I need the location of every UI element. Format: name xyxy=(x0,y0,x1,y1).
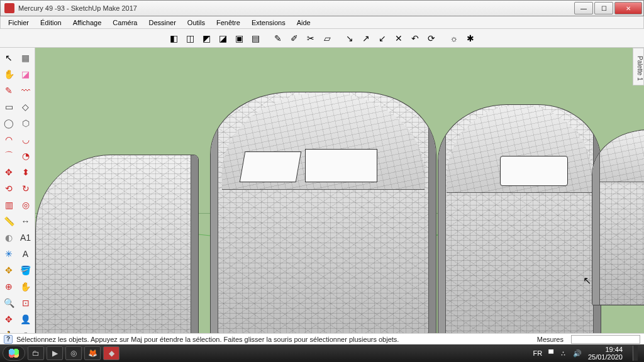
tool-hand[interactable]: ✋ xyxy=(1,67,16,82)
window-rear-side xyxy=(500,156,568,186)
tool-circle[interactable]: ◯ xyxy=(1,116,16,131)
close-button[interactable]: ✕ xyxy=(614,2,642,14)
taskbar-media[interactable]: ▶ xyxy=(47,346,63,360)
model-slice-front[interactable] xyxy=(35,155,199,333)
tool-scale[interactable]: ▥ xyxy=(1,197,16,212)
tray-volume-icon[interactable]: 🔊 xyxy=(573,349,582,358)
tool-position[interactable]: 👤 xyxy=(18,312,33,327)
minimize-button[interactable]: — xyxy=(574,2,593,14)
taskbar-explorer[interactable]: 🗀 xyxy=(28,346,44,360)
window-front-side xyxy=(305,149,377,182)
tool-followme[interactable]: ↻ xyxy=(18,181,33,196)
tool-polygon[interactable]: ⬡ xyxy=(18,116,33,131)
tool-zoom[interactable]: 🔍 xyxy=(1,295,16,310)
measure-label: Mesures xyxy=(533,336,567,343)
viewport-3d[interactable]: ↖ xyxy=(35,48,644,333)
left-toolbar: ↖▦✋◪✎〰▭◇◯⬡◠◡⌒◔✥⬍⟲↻▥◎📏↔◐A1✳A✥🪣⊕✋🔍⊡✥👤🚶👁 xyxy=(0,48,35,333)
menu-dessiner[interactable]: Dessiner xyxy=(143,18,180,28)
tool-offset[interactable]: ◎ xyxy=(18,197,33,212)
menu-aide[interactable]: Aide xyxy=(292,18,316,28)
tray-clock[interactable]: 19:44 25/01/2020 xyxy=(588,346,623,361)
tool-brush-cut[interactable]: ✂ xyxy=(303,31,318,46)
system-tray: FR ▀ ⛬ 🔊 19:44 25/01/2020 xyxy=(533,346,641,361)
tool-eraser[interactable]: ◪ xyxy=(18,67,33,82)
start-button[interactable] xyxy=(3,346,25,361)
tool-arrow-green[interactable]: ↙ xyxy=(375,31,390,46)
taskbar-firefox[interactable]: 🦊 xyxy=(84,346,101,360)
tool-rotrect[interactable]: ◇ xyxy=(18,99,33,114)
tool-text[interactable]: A1 xyxy=(18,230,33,245)
tool-orbit[interactable]: ⊕ xyxy=(1,279,16,294)
main-area: ↖▦✋◪✎〰▭◇◯⬡◠◡⌒◔✥⬍⟲↻▥◎📏↔◐A1✳A✥🪣⊕✋🔍⊡✥👤🚶👁 ↖ xyxy=(0,48,644,333)
tool-arrow-orange[interactable]: ↗ xyxy=(358,31,374,46)
tool-dimension[interactable]: ↔ xyxy=(18,214,33,229)
tool-section[interactable]: ✥ xyxy=(1,263,16,278)
help-icon[interactable]: ? xyxy=(4,335,13,344)
tool-move[interactable]: ✥ xyxy=(1,165,16,180)
tool-cube-shaded[interactable]: ◩ xyxy=(199,31,214,46)
model-slice-cabin-front[interactable] xyxy=(210,92,436,333)
tool-cube-wire[interactable]: ◫ xyxy=(182,31,197,46)
tool-cube-texture[interactable]: ◪ xyxy=(215,31,230,46)
tool-freehand[interactable]: 〰 xyxy=(18,83,33,98)
tool-tape[interactable]: 📏 xyxy=(1,214,16,229)
tray-time: 19:44 xyxy=(588,346,623,353)
measure-input[interactable] xyxy=(571,335,640,344)
tool-arrow-red[interactable]: ↘ xyxy=(342,31,357,46)
menu-édition[interactable]: Édition xyxy=(35,18,67,28)
tool-protractor[interactable]: ◐ xyxy=(1,230,16,245)
menubar: FichierÉditionAffichageCaméraDessinerOut… xyxy=(0,16,644,29)
tool-cube-mono[interactable]: ▣ xyxy=(231,31,247,46)
maximize-button[interactable]: ☐ xyxy=(594,2,613,14)
tool-arc[interactable]: ◠ xyxy=(1,132,16,147)
window-title: Mercury 49 -93 - SketchUp Make 2017 xyxy=(18,4,574,12)
menu-fenêtre[interactable]: Fenêtre xyxy=(211,18,245,28)
tool-rotate[interactable]: ⟲ xyxy=(1,181,16,196)
menu-caméra[interactable]: Caméra xyxy=(108,18,142,28)
model-slice-cabin-rear[interactable] xyxy=(438,104,601,333)
tool-axes[interactable]: ✳ xyxy=(1,246,16,261)
tray-network-icon[interactable]: ⛬ xyxy=(560,349,567,357)
tool-arrow-undo[interactable]: ↶ xyxy=(408,31,423,46)
tool-zoomwin[interactable]: ⊡ xyxy=(18,295,33,310)
tool-pie[interactable]: ◔ xyxy=(18,148,33,163)
windshield xyxy=(240,151,301,182)
tool-3dtext[interactable]: A xyxy=(18,246,33,261)
tool-cube-xray[interactable]: ▤ xyxy=(248,31,263,46)
tool-rect[interactable]: ▭ xyxy=(1,99,16,114)
tool-lasso[interactable]: ▦ xyxy=(18,50,33,65)
status-hint: Sélectionnez les objets. Appuyez sur Maj… xyxy=(16,336,530,343)
app-icon xyxy=(4,3,14,13)
tray-lang[interactable]: FR xyxy=(533,349,542,357)
tool-pencil[interactable]: ✎ xyxy=(1,83,16,98)
tool-brush-orange[interactable]: ✐ xyxy=(287,31,302,46)
tool-arrow-cut[interactable]: ✕ xyxy=(391,31,406,46)
tool-arc2[interactable]: ◡ xyxy=(18,132,33,147)
tool-paint[interactable]: 🪣 xyxy=(18,263,33,278)
menu-extensions[interactable]: Extensions xyxy=(247,18,291,28)
model-slice-rear[interactable] xyxy=(592,129,644,305)
taskbar-sketchup[interactable]: ◆ xyxy=(103,346,119,360)
top-toolbar: ◧◫◩◪▣▤✎✐✂▱↘↗↙✕↶⟳☼✱ xyxy=(0,29,644,48)
tool-eraser[interactable]: ▱ xyxy=(319,31,335,46)
taskbar-chrome[interactable]: ◎ xyxy=(65,346,82,360)
show-desktop-button[interactable] xyxy=(633,346,638,361)
tool-sun[interactable]: ☼ xyxy=(447,31,462,46)
menu-outils[interactable]: Outils xyxy=(182,18,210,28)
tool-arc3[interactable]: ⌒ xyxy=(1,148,16,163)
tray-flag-icon[interactable]: ▀ xyxy=(548,349,553,357)
tool-pan[interactable]: ✋ xyxy=(18,279,33,294)
tool-gear[interactable]: ✱ xyxy=(463,31,478,46)
tool-brush-red[interactable]: ✎ xyxy=(270,31,286,46)
tool-cube-solid[interactable]: ◧ xyxy=(166,31,181,46)
palette-tab[interactable]: Palette 1 xyxy=(633,48,644,85)
status-bar: ? Sélectionnez les objets. Appuyez sur M… xyxy=(0,333,644,344)
tool-pushpull[interactable]: ⬍ xyxy=(18,165,33,180)
tray-date: 25/01/2020 xyxy=(588,353,623,361)
tool-select[interactable]: ↖ xyxy=(1,50,16,65)
tool-arrow-rotate[interactable]: ⟳ xyxy=(424,31,439,46)
taskbar: 🗀 ▶ ◎ 🦊 ◆ FR ▀ ⛬ 🔊 19:44 25/01/2020 xyxy=(0,344,644,362)
menu-fichier[interactable]: Fichier xyxy=(3,18,34,28)
tool-zoomext[interactable]: ✥ xyxy=(1,312,16,327)
menu-affichage[interactable]: Affichage xyxy=(68,18,107,28)
